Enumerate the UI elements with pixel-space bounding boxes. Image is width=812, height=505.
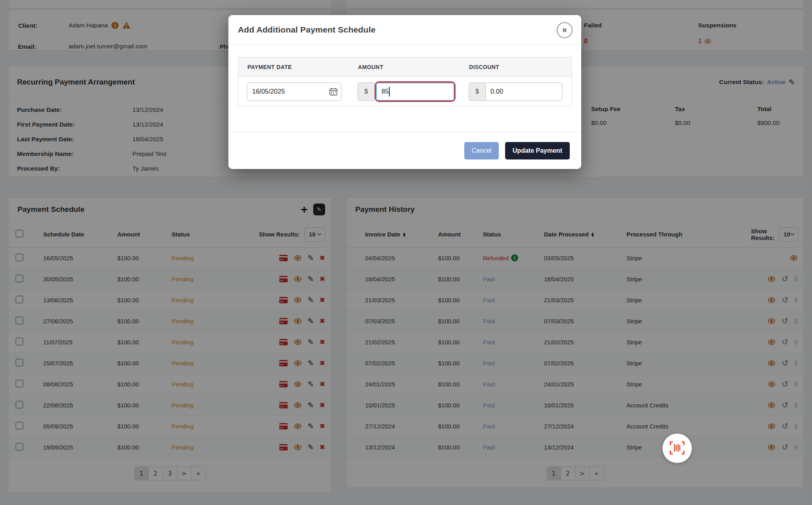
col-payment-date: PAYMENT DATE — [247, 64, 358, 70]
discount-input[interactable] — [486, 83, 562, 101]
calendar-icon[interactable] — [329, 88, 337, 97]
cancel-button[interactable]: Cancel — [464, 142, 499, 159]
modal-title: Add Additional Payment Schedule — [238, 25, 375, 35]
close-button[interactable]: ✖ — [557, 22, 573, 38]
close-icon: ✖ — [562, 27, 567, 34]
payment-management-screen: Client: Adam Hapana i Email: adam.joel.t… — [0, 0, 812, 505]
col-amount: AMOUNT — [358, 64, 469, 70]
modal-input-table: PAYMENT DATE AMOUNT DISCOUNT — [238, 57, 572, 106]
currency-prefix: $ — [469, 83, 486, 101]
amount-input[interactable]: 85 — [376, 83, 454, 101]
add-payment-schedule-modal: Add Additional Payment Schedule ✖ PAYMEN… — [228, 15, 581, 169]
payment-date-input[interactable] — [247, 83, 341, 101]
barcode-scan-button[interactable] — [663, 434, 692, 463]
amount-validation-ring: 85 — [376, 83, 454, 101]
barcode-icon — [668, 440, 686, 457]
update-payment-button[interactable]: Update Payment — [505, 142, 570, 159]
col-discount: DISCOUNT — [469, 64, 572, 70]
currency-prefix: $ — [358, 83, 375, 101]
text-caret — [389, 87, 390, 96]
